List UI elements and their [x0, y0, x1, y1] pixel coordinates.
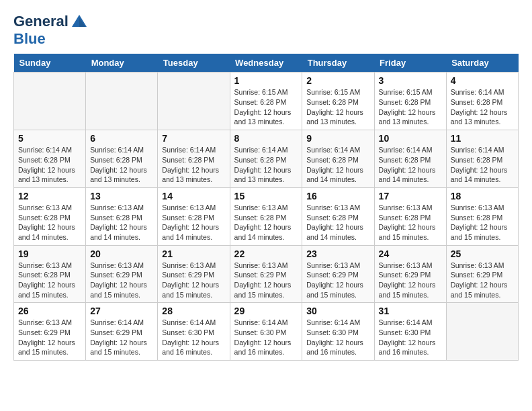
day-info: Sunrise: 6:13 AM Sunset: 6:28 PM Dayligh…	[379, 203, 442, 242]
day-number: 13	[90, 191, 153, 201]
day-info: Sunrise: 6:13 AM Sunset: 6:29 PM Dayligh…	[162, 261, 225, 300]
calendar-header-row: SundayMondayTuesdayWednesdayThursdayFrid…	[14, 54, 519, 73]
calendar-cell: 9Sunrise: 6:14 AM Sunset: 6:28 PM Daylig…	[302, 130, 374, 188]
calendar-cell: 24Sunrise: 6:13 AM Sunset: 6:29 PM Dayli…	[374, 245, 446, 303]
day-number: 29	[234, 306, 298, 316]
page-header: General Blue	[13, 13, 519, 47]
day-info: Sunrise: 6:13 AM Sunset: 6:28 PM Dayligh…	[306, 203, 369, 242]
calendar-cell	[158, 73, 230, 130]
calendar-cell: 27Sunrise: 6:14 AM Sunset: 6:29 PM Dayli…	[86, 303, 158, 361]
day-number: 1	[234, 75, 298, 86]
day-number: 14	[162, 191, 225, 201]
calendar-cell: 10Sunrise: 6:14 AM Sunset: 6:28 PM Dayli…	[374, 130, 446, 188]
calendar-cell: 28Sunrise: 6:14 AM Sunset: 6:30 PM Dayli…	[158, 303, 230, 361]
day-number: 22	[234, 248, 298, 259]
calendar-cell	[86, 73, 158, 130]
day-info: Sunrise: 6:14 AM Sunset: 6:28 PM Dayligh…	[234, 145, 298, 185]
calendar-cell: 13Sunrise: 6:13 AM Sunset: 6:28 PM Dayli…	[86, 187, 158, 245]
day-number: 4	[451, 75, 514, 86]
day-number: 10	[379, 133, 442, 144]
day-number: 23	[306, 248, 369, 259]
day-number: 3	[379, 75, 442, 86]
day-number: 5	[18, 133, 81, 144]
day-number: 2	[306, 75, 369, 86]
day-number: 7	[162, 133, 225, 144]
calendar-cell: 8Sunrise: 6:14 AM Sunset: 6:28 PM Daylig…	[230, 130, 302, 188]
calendar-cell: 31Sunrise: 6:14 AM Sunset: 6:30 PM Dayli…	[374, 303, 446, 361]
logo: General Blue	[13, 13, 88, 47]
day-number: 18	[451, 191, 514, 201]
calendar-table: SundayMondayTuesdayWednesdayThursdayFrid…	[13, 54, 519, 361]
day-info: Sunrise: 6:13 AM Sunset: 6:28 PM Dayligh…	[18, 261, 81, 300]
day-info: Sunrise: 6:14 AM Sunset: 6:29 PM Dayligh…	[90, 318, 153, 357]
day-number: 28	[162, 306, 225, 316]
day-info: Sunrise: 6:14 AM Sunset: 6:28 PM Dayligh…	[90, 145, 153, 185]
day-info: Sunrise: 6:13 AM Sunset: 6:29 PM Dayligh…	[451, 261, 514, 300]
calendar-cell	[14, 73, 86, 130]
day-info: Sunrise: 6:13 AM Sunset: 6:29 PM Dayligh…	[90, 261, 153, 300]
day-info: Sunrise: 6:14 AM Sunset: 6:28 PM Dayligh…	[451, 87, 514, 127]
weekday-header-friday: Friday	[374, 54, 446, 73]
calendar-cell: 20Sunrise: 6:13 AM Sunset: 6:29 PM Dayli…	[86, 245, 158, 303]
weekday-header-wednesday: Wednesday	[230, 54, 302, 73]
calendar-week-1: 1Sunrise: 6:15 AM Sunset: 6:28 PM Daylig…	[14, 73, 519, 130]
day-number: 9	[306, 133, 369, 144]
logo-text: General Blue	[13, 13, 88, 47]
day-number: 24	[379, 248, 442, 259]
day-number: 11	[451, 133, 514, 144]
day-info: Sunrise: 6:14 AM Sunset: 6:30 PM Dayligh…	[234, 318, 298, 357]
calendar-cell: 30Sunrise: 6:14 AM Sunset: 6:30 PM Dayli…	[302, 303, 374, 361]
day-number: 16	[306, 191, 369, 201]
calendar-week-4: 19Sunrise: 6:13 AM Sunset: 6:28 PM Dayli…	[14, 245, 519, 303]
day-info: Sunrise: 6:13 AM Sunset: 6:29 PM Dayligh…	[234, 261, 298, 300]
day-number: 21	[162, 248, 225, 259]
day-info: Sunrise: 6:14 AM Sunset: 6:30 PM Dayligh…	[306, 318, 369, 357]
day-info: Sunrise: 6:15 AM Sunset: 6:28 PM Dayligh…	[379, 87, 442, 127]
day-info: Sunrise: 6:14 AM Sunset: 6:28 PM Dayligh…	[451, 145, 514, 185]
calendar-cell: 3Sunrise: 6:15 AM Sunset: 6:28 PM Daylig…	[374, 73, 446, 130]
day-number: 19	[18, 248, 81, 259]
day-number: 12	[18, 191, 81, 201]
calendar-cell: 29Sunrise: 6:14 AM Sunset: 6:30 PM Dayli…	[230, 303, 302, 361]
day-number: 27	[90, 306, 153, 316]
calendar-cell: 26Sunrise: 6:13 AM Sunset: 6:29 PM Dayli…	[14, 303, 86, 361]
day-number: 15	[234, 191, 298, 201]
calendar-cell: 14Sunrise: 6:13 AM Sunset: 6:28 PM Dayli…	[158, 187, 230, 245]
day-number: 20	[90, 248, 153, 259]
calendar-cell: 2Sunrise: 6:15 AM Sunset: 6:28 PM Daylig…	[302, 73, 374, 130]
weekday-header-sunday: Sunday	[14, 54, 86, 73]
calendar-cell: 6Sunrise: 6:14 AM Sunset: 6:28 PM Daylig…	[86, 130, 158, 188]
calendar-week-3: 12Sunrise: 6:13 AM Sunset: 6:28 PM Dayli…	[14, 187, 519, 245]
calendar-cell: 18Sunrise: 6:13 AM Sunset: 6:28 PM Dayli…	[446, 187, 518, 245]
day-info: Sunrise: 6:15 AM Sunset: 6:28 PM Dayligh…	[306, 87, 369, 127]
calendar-cell: 7Sunrise: 6:14 AM Sunset: 6:28 PM Daylig…	[158, 130, 230, 188]
calendar-cell: 22Sunrise: 6:13 AM Sunset: 6:29 PM Dayli…	[230, 245, 302, 303]
weekday-header-thursday: Thursday	[302, 54, 374, 73]
weekday-header-saturday: Saturday	[446, 54, 518, 73]
calendar-cell: 12Sunrise: 6:13 AM Sunset: 6:28 PM Dayli…	[14, 187, 86, 245]
day-info: Sunrise: 6:14 AM Sunset: 6:30 PM Dayligh…	[379, 318, 442, 357]
day-number: 8	[234, 133, 298, 144]
calendar-cell: 5Sunrise: 6:14 AM Sunset: 6:28 PM Daylig…	[14, 130, 86, 188]
day-info: Sunrise: 6:13 AM Sunset: 6:28 PM Dayligh…	[234, 203, 298, 242]
day-info: Sunrise: 6:13 AM Sunset: 6:29 PM Dayligh…	[18, 318, 81, 357]
calendar-cell: 23Sunrise: 6:13 AM Sunset: 6:29 PM Dayli…	[302, 245, 374, 303]
day-info: Sunrise: 6:13 AM Sunset: 6:28 PM Dayligh…	[162, 203, 225, 242]
day-number: 30	[306, 306, 369, 316]
calendar-week-2: 5Sunrise: 6:14 AM Sunset: 6:28 PM Daylig…	[14, 130, 519, 188]
calendar-cell: 17Sunrise: 6:13 AM Sunset: 6:28 PM Dayli…	[374, 187, 446, 245]
day-number: 26	[18, 306, 81, 316]
day-info: Sunrise: 6:13 AM Sunset: 6:28 PM Dayligh…	[90, 203, 153, 242]
day-number: 25	[451, 248, 514, 259]
day-number: 31	[379, 306, 442, 316]
day-number: 17	[379, 191, 442, 201]
day-info: Sunrise: 6:14 AM Sunset: 6:28 PM Dayligh…	[18, 145, 81, 185]
day-info: Sunrise: 6:14 AM Sunset: 6:28 PM Dayligh…	[162, 145, 225, 185]
calendar-cell: 1Sunrise: 6:15 AM Sunset: 6:28 PM Daylig…	[230, 73, 302, 130]
weekday-header-monday: Monday	[86, 54, 158, 73]
day-info: Sunrise: 6:13 AM Sunset: 6:28 PM Dayligh…	[18, 203, 81, 242]
day-info: Sunrise: 6:15 AM Sunset: 6:28 PM Dayligh…	[234, 87, 298, 127]
day-info: Sunrise: 6:13 AM Sunset: 6:28 PM Dayligh…	[451, 203, 514, 242]
calendar-cell: 11Sunrise: 6:14 AM Sunset: 6:28 PM Dayli…	[446, 130, 518, 188]
day-info: Sunrise: 6:14 AM Sunset: 6:30 PM Dayligh…	[162, 318, 225, 357]
